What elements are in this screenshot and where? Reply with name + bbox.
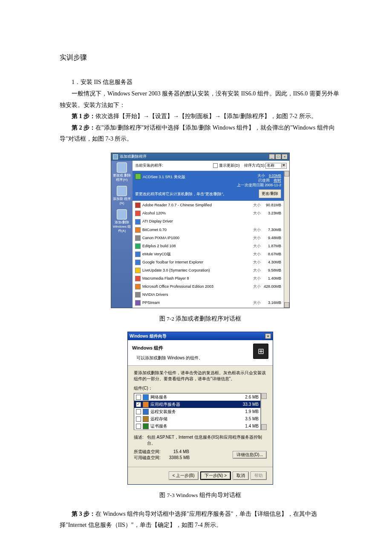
component-name: 证书服务 — [150, 423, 235, 429]
component-icon — [143, 416, 149, 422]
sidebar-item-add-new[interactable]: 添加新 程序(N) — [112, 186, 132, 205]
scrollbar[interactable] — [284, 171, 289, 307]
list-item[interactable]: BitComet 0.70大小7.30MB — [133, 226, 284, 234]
list-item[interactable]: Alcohol 120%大小3.23MB — [133, 209, 284, 217]
component-item[interactable]: 网络服务2.6 MB — [134, 393, 260, 401]
size-value: 9.58MB — [261, 267, 281, 274]
component-item[interactable]: 证书服务1.4 MB — [134, 422, 260, 430]
size-value: 1.87MB — [261, 243, 281, 250]
maximize-button[interactable]: □ — [275, 154, 281, 159]
program-icon — [135, 173, 141, 179]
list-item[interactable]: eMule VeryCD版大小8.67MB — [133, 250, 284, 258]
available-space-label: 可用磁盘空间: — [134, 455, 161, 460]
component-checkbox[interactable] — [136, 416, 141, 422]
required-space-value: 15.4 MB — [173, 449, 189, 454]
program-icon — [135, 202, 141, 208]
components-listbox[interactable]: 网络服务2.6 MB✓应用程序服务器33.3 MB远程安装服务1.9 MB远程存… — [134, 393, 261, 430]
list-item[interactable]: PPStream大小3.16MB — [133, 299, 284, 307]
step-label: 第 1 步： — [72, 113, 95, 119]
program-name: Microsoft Office Professional Edition 20… — [142, 283, 251, 290]
component-name: 网络服务 — [150, 394, 235, 400]
program-icon — [135, 276, 141, 281]
current-programs-label: 当前安装的程序: — [135, 162, 163, 169]
details-button[interactable]: 详细信息(D)... — [233, 451, 267, 459]
component-checkbox[interactable] — [136, 424, 141, 429]
meta-v: 2006-11-2 — [265, 183, 281, 187]
header-title: Windows 组件 — [132, 344, 253, 353]
scroll-track[interactable] — [261, 399, 267, 424]
program-icon — [135, 211, 141, 216]
scroll-up-icon[interactable] — [261, 393, 267, 399]
list-item[interactable]: Adobe Reader 7.0.7 - Chinese Simplified大… — [133, 201, 284, 209]
component-item[interactable]: ✓应用程序服务器33.3 MB — [134, 401, 260, 408]
sort-combobox[interactable]: 名称 — [265, 163, 287, 169]
list-item[interactable]: Google Toolbar for Internet Explorer大小4.… — [133, 258, 284, 266]
help-button[interactable]: 帮助 — [251, 471, 267, 480]
list-item[interactable]: Canon PIXMA iP1000大小9.48MB — [133, 234, 284, 242]
size-value: 90.81MB — [261, 202, 281, 209]
component-item[interactable]: 远程存储3.5 MB — [134, 415, 260, 422]
description-text: 包括 ASP.NET，Internet 信息服务(IIS)和应用程序服务器控制台… — [147, 434, 267, 446]
scroll-up-icon[interactable] — [284, 171, 289, 176]
list-item[interactable]: Microsoft Office Professional Edition 20… — [133, 283, 284, 291]
size-label: 大小 — [251, 243, 261, 250]
component-size: 1.9 MB — [235, 409, 259, 415]
list-item[interactable]: Editplus 2 build 108大小1.87MB — [133, 242, 284, 250]
window-titlebar[interactable]: 添加或删除程序 _ □ × — [111, 153, 289, 161]
list-item[interactable]: LiveUpdate 3.0 (Symantec Corporation)大小9… — [133, 266, 284, 275]
size-value: 1.40MB — [261, 275, 281, 282]
list-item[interactable]: ATI Display Driver — [133, 217, 284, 225]
program-icon — [135, 219, 141, 225]
component-size: 33.3 MB — [235, 402, 259, 408]
meta-k: 已使用 — [258, 178, 270, 182]
component-checkbox[interactable] — [136, 409, 141, 414]
list-item[interactable]: Macromedia Flash Player 8大小1.40MB — [133, 275, 284, 283]
windows-components-wizard: Windows 组件向导 × Windows 组件 可以添加或删除 Window… — [127, 332, 273, 485]
meta-k: 大小 — [257, 173, 265, 178]
step-line: 第 1 步：依次选择【开始】→【设置】→【控制面板】→【添加/删除程序】，如图 … — [60, 111, 341, 122]
scroll-down-icon[interactable] — [261, 424, 267, 430]
component-checkbox[interactable] — [136, 395, 141, 400]
close-button[interactable]: × — [265, 333, 271, 339]
sort-value: 名称 — [267, 162, 274, 169]
back-button[interactable]: < 上一步(B) — [169, 471, 199, 480]
close-button[interactable]: × — [282, 154, 288, 159]
component-name: 远程安装服务 — [150, 409, 235, 415]
component-icon — [143, 409, 149, 415]
component-size: 3.5 MB — [235, 416, 259, 422]
program-name: ACDSee 3.1 SR1 美化版 — [143, 173, 185, 181]
component-name: 应用程序服务器 — [150, 402, 235, 408]
available-space-value: 3388.5 MB — [169, 455, 190, 460]
sidebar-item-change-remove[interactable]: 更改或 删除 程序(H) — [112, 162, 132, 182]
size-label: 大小 — [251, 283, 261, 290]
cancel-button[interactable]: 取消 — [233, 471, 249, 480]
figure-7-3: Windows 组件向导 × Windows 组件 可以添加或删除 Window… — [60, 332, 341, 485]
change-remove-button[interactable]: 更改/删除 — [259, 189, 281, 198]
program-name: ATI Display Driver — [142, 218, 281, 225]
components-label: 组件(C)： — [134, 385, 267, 391]
list-item[interactable]: NVIDIA Drivers — [133, 291, 284, 299]
scroll-track[interactable] — [284, 176, 289, 302]
show-updates-checkbox[interactable] — [213, 163, 218, 168]
sidebar-item-windows-components[interactable]: 添加/删除 Windows 组件(A) — [112, 209, 132, 233]
size-value: 3.23MB — [261, 210, 281, 217]
scroll-down-icon[interactable] — [284, 302, 289, 308]
document-page: 实训步骤 1．安装 IIS 信息服务器 一般情况下，Windows Server… — [0, 0, 392, 548]
next-button[interactable]: 下一步(N) > — [200, 471, 231, 480]
program-name: Macromedia Flash Player 8 — [142, 275, 251, 282]
program-icon — [135, 268, 141, 273]
component-item[interactable]: 远程安装服务1.9 MB — [134, 408, 260, 415]
wizard-content: 要添加或删除某个组件，请单击旁边的复选框。灰色框表示只会安装该组件的一部分。要查… — [128, 366, 273, 467]
scrollbar[interactable] — [261, 393, 267, 430]
window-titlebar[interactable]: Windows 组件向导 × — [128, 332, 273, 340]
minimize-button[interactable]: _ — [269, 154, 275, 159]
description-label: 描述: — [134, 434, 144, 440]
selected-program[interactable]: ACDSee 3.1 SR1 美化版 大小 9.03MB 已使用 有时 上一次使… — [133, 171, 284, 189]
program-list[interactable]: Adobe Reader 7.0.7 - Chinese Simplified大… — [133, 201, 284, 307]
component-icon — [143, 423, 149, 429]
chevron-down-icon — [281, 164, 285, 168]
info-text: 要更改此程序或将它从计算机删除，单击"更改/删除"。 — [135, 191, 227, 197]
component-checkbox[interactable]: ✓ — [136, 402, 141, 407]
component-icon — [143, 402, 149, 408]
window-title: Windows 组件向导 — [130, 332, 167, 340]
